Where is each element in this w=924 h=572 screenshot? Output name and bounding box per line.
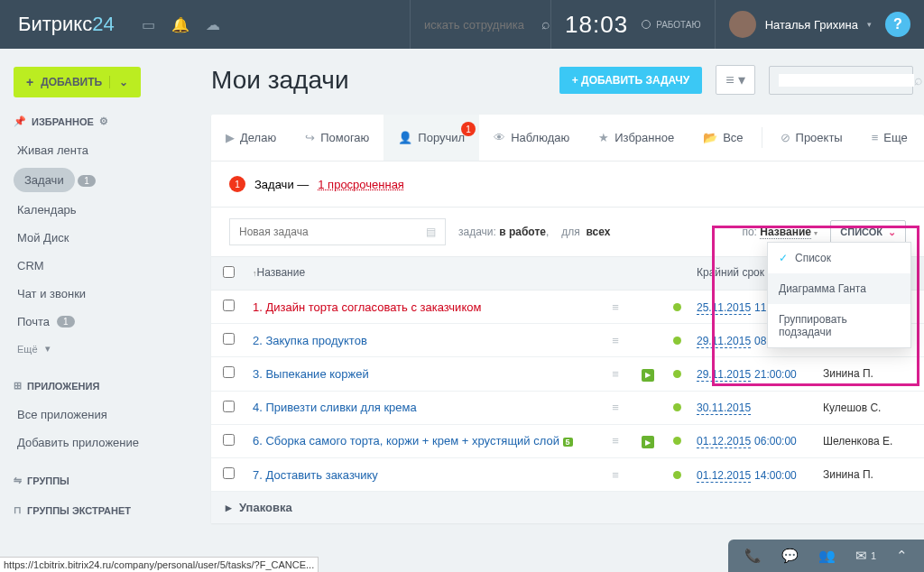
tasks-search-input[interactable] [779,74,914,87]
global-search[interactable]: ⌕ [410,0,550,49]
deadline-date[interactable]: 30.11.2015 [697,401,751,415]
search-icon[interactable]: ⌕ [541,16,550,32]
messages-icon[interactable]: ▭ [142,16,155,33]
menu-icon[interactable]: ≡ [612,367,619,381]
chevron-up-icon[interactable]: ⌃ [896,548,908,564]
avatar [729,11,756,38]
alert-count: 1 [229,176,245,192]
tab-badge: 1 [461,122,476,136]
menu-icon[interactable]: ≡ [612,334,619,347]
view-option-group[interactable]: Группировать подзадачи [768,304,910,347]
deadline-date[interactable]: 01.12.2015 [697,435,751,448]
cloud-icon[interactable]: ☁ [206,16,220,33]
row-checkbox[interactable] [223,401,235,412]
row-checkbox[interactable] [223,467,235,479]
clock: 18:03 [550,0,642,49]
deadline-date[interactable]: 29.11.2015 [697,368,751,382]
sort-toggle[interactable]: ≡ ▾ [716,65,755,95]
user-menu[interactable]: Наталья Грихина ▾ [715,0,885,49]
footer-bar: 📞 💬 👥 ✉1 ⌃ [728,540,924,572]
deadline-date[interactable]: 29.11.2015 [697,335,751,348]
view-option-list[interactable]: Список [768,243,910,273]
work-status[interactable]: РАБОТАЮ [642,20,714,30]
deadline-time[interactable]: 06:00:00 [751,435,797,447]
sort-by[interactable]: Название [760,226,811,239]
status-dot [673,303,681,311]
play-icon[interactable]: ▶ [642,369,654,382]
subtask-badge: 5 [563,438,573,447]
sidebar-item-add-app[interactable]: Добавить приложение [14,429,187,457]
mail-icon[interactable]: ✉1 [855,548,876,564]
menu-icon[interactable]: ≡ [612,434,619,447]
table-row: 6. Сборка самого торта, коржи + крем + х… [211,425,924,459]
col-name[interactable]: ↑Название [245,257,599,290]
sidebar-item-tasks[interactable]: Задачи 1 [14,168,187,192]
row-checkbox[interactable] [223,366,235,378]
row-checkbox[interactable] [223,300,235,311]
task-link[interactable]: 7. Доставить заказчику [253,468,378,482]
menu-icon[interactable]: ≡ [612,468,619,482]
overdue-alert: 1 Задачи — 1 просроченная [211,161,924,208]
menu-icon[interactable]: ≡ [612,300,619,314]
group-row[interactable]: ▸ Упаковка [211,492,924,523]
tab-projects[interactable]: ⊘Проекты [766,115,857,161]
tab-more[interactable]: ≡Еще [857,115,922,161]
gear-icon[interactable]: ⚙ [99,115,108,127]
tab-favorite[interactable]: ★Избранное [584,115,688,161]
sidebar-more[interactable]: Ещё ▾ [14,336,187,362]
table-row: 4. Привезти сливки для крема≡30.11.2015К… [211,392,924,425]
task-link[interactable]: 2. Закупка продуктов [253,334,367,347]
sidebar-item-disk[interactable]: Мой Диск [14,224,187,252]
sidebar-item-mail[interactable]: Почта 1 [14,308,187,336]
menu-icon[interactable]: ≡ [612,401,619,414]
search-icon: ⌕ [914,72,923,88]
tab-helping[interactable]: ↪Помогаю [291,115,383,161]
deadline-time[interactable]: 14:00:00 [751,469,797,482]
people-icon[interactable]: 👥 [818,548,836,564]
view-mode-menu: Список Диаграмма Ганта Группировать подз… [767,242,911,348]
sidebar: + ДОБАВИТЬ ⌄ 📌 ИЗБРАННОЕ ⚙ Живая лента З… [0,49,200,552]
deadline-time[interactable]: 21:00:00 [751,368,797,381]
logo[interactable]: Битрикс24 [0,13,133,36]
sidebar-item-chat[interactable]: Чат и звонки [14,280,187,308]
search-input[interactable] [424,18,532,32]
share-icon: ⇋ [14,475,22,486]
deadline-date[interactable]: 01.12.2015 [697,469,751,483]
tab-watching[interactable]: 👁Наблюдаю [479,115,584,161]
chevron-right-icon: ▸ [226,501,232,514]
task-link[interactable]: 4. Привезти сливки для крема [253,401,417,414]
chevron-down-icon[interactable]: ⌄ [109,76,128,88]
task-link[interactable]: 3. Выпекание коржей [253,367,369,381]
select-all[interactable] [223,266,235,278]
tab-assigned[interactable]: 👤Поручил 1 [383,115,479,161]
deadline-date[interactable]: 25.11.2015 [697,301,751,315]
row-checkbox[interactable] [223,333,235,345]
phone-icon[interactable]: 📞 [744,548,762,564]
page-title: Мои задачи [211,66,349,95]
extranet-icon: ⊓ [14,504,22,516]
task-link[interactable]: 1. Дизайн торта согласовать с заказчиком [253,300,481,314]
play-icon[interactable]: ▶ [642,436,654,448]
overdue-link[interactable]: 1 просроченная [318,178,404,191]
add-task-button[interactable]: + ДОБАВИТЬ ЗАДАЧУ [559,67,702,94]
chevron-down-icon: ▾ [867,20,872,29]
task-link[interactable]: 6. Сборка самого торта, коржи + крем + х… [253,434,559,447]
sidebar-item-calendar[interactable]: Календарь [14,196,187,224]
bell-icon[interactable]: 🔔 [171,16,189,33]
responsible: Зинина П. [816,459,924,490]
view-option-gantt[interactable]: Диаграмма Ганта [768,273,910,304]
view-mode-button[interactable]: СПИСОК⌄ [830,220,906,244]
sidebar-item-feed[interactable]: Живая лента [14,136,187,164]
chat-icon[interactable]: 💬 [781,548,799,564]
row-checkbox[interactable] [223,434,235,446]
help-button[interactable]: ? [885,12,910,37]
tasks-search[interactable]: ⌕ [769,66,913,95]
sidebar-item-all-apps[interactable]: Все приложения [14,401,187,429]
new-task-input[interactable] [239,226,426,238]
add-button[interactable]: + ДОБАВИТЬ ⌄ [14,67,141,97]
list-icon[interactable]: ▤ [426,226,436,238]
new-task-input-wrap[interactable]: ▤ [229,218,446,245]
tab-doing[interactable]: ▶Делаю [211,115,291,161]
tab-all[interactable]: 📂Все [688,115,757,161]
sidebar-item-crm[interactable]: CRM [14,252,187,280]
